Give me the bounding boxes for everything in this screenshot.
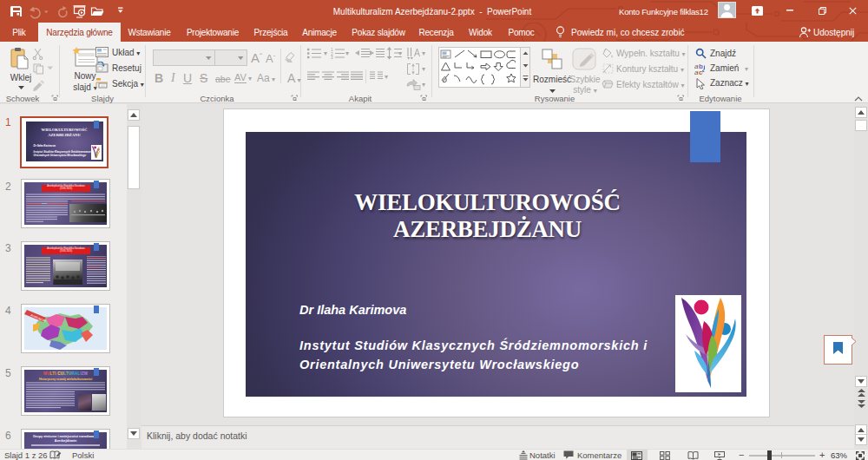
- svg-text:3: 3: [331, 55, 333, 59]
- svg-text:c: c: [699, 69, 703, 75]
